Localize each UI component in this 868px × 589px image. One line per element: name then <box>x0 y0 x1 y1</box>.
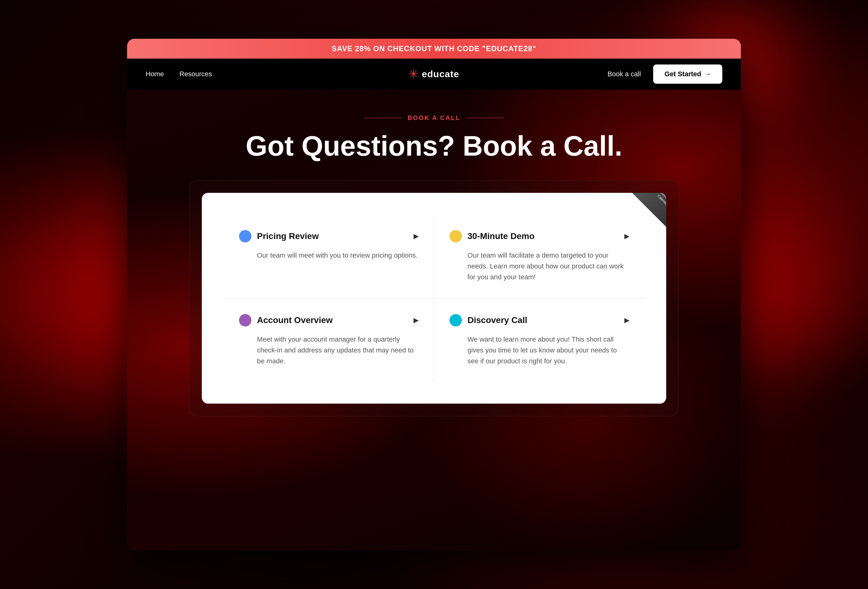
announcement-bar: SAVE 28% ON CHECKOUT WITH CODE "EDUCATE2… <box>127 39 741 59</box>
logo-star-icon: ✳ <box>409 68 418 81</box>
browser-window: SAVE 28% ON CHECKOUT WITH CODE "EDUCATE2… <box>127 39 741 550</box>
nav-home[interactable]: Home <box>146 70 164 78</box>
option-desc-demo: Our team will facilitate a demo targeted… <box>450 250 629 283</box>
option-desc-account: Meet with your account manager for a qua… <box>239 334 418 367</box>
option-discovery-call[interactable]: Discovery Call ▶ We want to learn more a… <box>434 298 645 382</box>
announcement-text: SAVE 28% ON CHECKOUT WITH CODE "EDUCATE2… <box>332 44 536 53</box>
section-label-line-left <box>364 118 402 118</box>
option-title-pricing: Pricing Review <box>257 231 408 241</box>
section-label: BOOK A CALL <box>364 114 504 121</box>
option-header-demo: 30-Minute Demo ▶ <box>450 230 629 242</box>
options-grid: Pricing Review ▶ Our team will meet with… <box>223 214 645 382</box>
option-desc-pricing: Our team will meet with you to review pr… <box>239 250 418 261</box>
nav-resources[interactable]: Resources <box>180 70 212 78</box>
dot-30-min-demo <box>450 230 462 242</box>
get-started-button[interactable]: Get Started → <box>653 65 722 84</box>
arrow-account-overview: ▶ <box>413 316 418 324</box>
option-account-overview[interactable]: Account Overview ▶ Meet with your accoun… <box>223 298 434 382</box>
dot-account-overview <box>239 314 251 326</box>
dot-pricing-review <box>239 230 251 242</box>
arrow-pricing-review: ▶ <box>413 232 418 240</box>
hero-title: Got Questions? Book a Call. <box>245 131 622 161</box>
option-30-min-demo[interactable]: 30-Minute Demo ▶ Our team will facilitat… <box>434 214 645 298</box>
option-header-pricing: Pricing Review ▶ <box>239 230 418 242</box>
nav-left: Home Resources <box>146 70 212 78</box>
calendly-badge-text: powered by Calendly <box>655 193 666 208</box>
option-header-discovery: Discovery Call ▶ <box>450 314 629 326</box>
option-pricing-review[interactable]: Pricing Review ▶ Our team will meet with… <box>223 214 434 298</box>
section-label-line-right <box>466 118 504 118</box>
outer-card: powered by Calendly Pricing Review ▶ Our… <box>189 180 679 416</box>
option-title-discovery: Discovery Call <box>468 315 619 325</box>
arrow-discovery-call: ▶ <box>624 316 629 324</box>
book-call-link[interactable]: Book a call <box>608 70 641 78</box>
section-label-text: BOOK A CALL <box>407 114 461 121</box>
dot-discovery-call <box>450 314 462 326</box>
main-content: BOOK A CALL Got Questions? Book a Call. … <box>127 90 741 416</box>
nav-logo[interactable]: ✳ educate <box>409 68 459 81</box>
option-header-account: Account Overview ▶ <box>239 314 418 326</box>
navigation: Home Resources ✳ educate Book a call Get… <box>127 59 741 90</box>
inner-card: powered by Calendly Pricing Review ▶ Our… <box>202 193 666 404</box>
nav-right: Book a call Get Started → <box>608 65 722 84</box>
option-title-demo: 30-Minute Demo <box>468 231 619 241</box>
option-title-account: Account Overview <box>257 315 408 325</box>
logo-text: educate <box>422 69 459 79</box>
option-desc-discovery: We want to learn more about you! This sh… <box>450 334 629 367</box>
arrow-30-min-demo: ▶ <box>624 232 629 240</box>
